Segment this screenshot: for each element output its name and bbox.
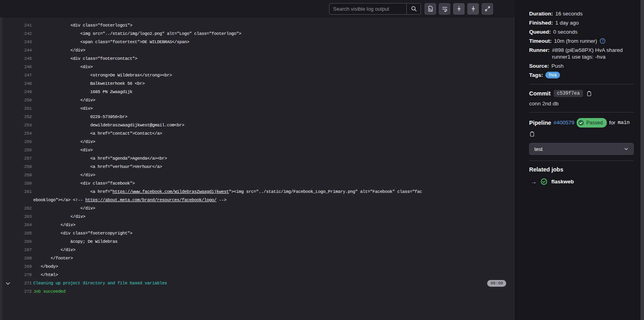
log-line-number[interactable]: 243 <box>0 38 32 46</box>
log-line-text: </div> <box>33 206 95 211</box>
log-line: 266 &copy; De Wildebras <box>0 238 515 246</box>
log-line-text: <div> <box>33 106 93 111</box>
log-link[interactable]: https://www.facebook.com/WildebrasZwaagd… <box>112 189 229 194</box>
log-link[interactable]: https://about.meta.com/brand/resources/f… <box>85 198 216 202</box>
log-line-number[interactable]: 242 <box>0 30 32 38</box>
pipeline-ref[interactable]: main <box>618 119 630 127</box>
log-line-number[interactable]: 251 <box>0 105 32 113</box>
log-line-text: </html> <box>33 272 58 277</box>
log-line: 267 </div> <box>0 246 515 254</box>
scroll-top-button[interactable] <box>453 3 465 15</box>
log-line-number[interactable]: 254 <box>0 130 32 138</box>
log-line-number[interactable]: 267 <box>0 246 32 254</box>
log-line-number[interactable]: 259 <box>0 171 32 179</box>
log-line-number[interactable]: 264 <box>0 221 32 229</box>
divider <box>529 84 634 84</box>
log-line-number[interactable]: 252 <box>0 113 32 121</box>
divider <box>529 112 634 112</box>
help-icon[interactable]: ? <box>600 38 606 44</box>
log-line-number[interactable]: 256 <box>0 146 32 154</box>
clipboard-icon <box>586 91 592 97</box>
log-line: 262 </div> <box>0 204 515 213</box>
log-line: 254 <a href="contact">Contact</a> <box>0 130 515 138</box>
log-line-number[interactable]: 253 <box>0 121 32 130</box>
search-icon <box>411 6 417 12</box>
log-line: 261 <a href="https://www.facebook.com/Wi… <box>0 188 515 204</box>
log-line: 270 </html> <box>0 271 515 279</box>
pipeline-link[interactable]: #400579 <box>554 119 575 127</box>
log-line: 251 <div> <box>0 105 515 113</box>
detail-label: Timeout: <box>529 38 552 44</box>
job-detail-rows: Duration:16 secondsFinished:1 day agoQue… <box>529 10 634 78</box>
detail-label: Duration: <box>529 10 553 17</box>
log-line-number[interactable]: 268 <box>0 254 32 263</box>
page-scrollbar[interactable] <box>640 0 644 320</box>
stage-dropdown-value: test <box>534 146 543 152</box>
log-line-number[interactable]: 265 <box>0 229 32 238</box>
commit-message[interactable]: conn 2nd db <box>529 101 634 107</box>
log-line-number[interactable]: 262 <box>0 204 32 213</box>
log-line-number[interactable]: 249 <box>0 88 32 96</box>
log-line-number[interactable]: 241 <box>0 21 32 30</box>
log-line: 242 <img src="../static/img/logo2.png" a… <box>0 30 515 38</box>
log-line-number[interactable]: 272 <box>0 288 32 296</box>
log-line-number[interactable]: 255 <box>0 138 32 146</box>
scroll-top-icon <box>456 6 462 12</box>
tag-badge[interactable]: hva <box>545 72 560 78</box>
log-pane: 241 <div class="footerlogo1">242 <img sr… <box>0 0 515 320</box>
copy-pipeline-button[interactable] <box>529 131 535 137</box>
log-line-text: <span class="footertext">DE WILDEBRAS</s… <box>33 40 189 44</box>
log-line-number[interactable]: 247 <box>0 71 32 80</box>
arrow-right-icon: → <box>531 178 537 185</box>
log-line-number[interactable]: 261 <box>0 188 32 196</box>
log-line: 259 </div> <box>0 171 515 179</box>
job-status-passed-icon <box>541 178 547 185</box>
detail-row-source: Source:Push <box>529 63 634 69</box>
log-line-text: </div> <box>33 139 95 144</box>
log-line: 260 <div class="facebook"> <box>0 179 515 188</box>
wrap-lines-icon <box>442 6 448 12</box>
related-job-link[interactable]: flaskweb <box>551 179 574 185</box>
copy-commit-button[interactable] <box>586 91 592 97</box>
log-line: 255 </div> <box>0 138 515 146</box>
log-line-number[interactable]: 246 <box>0 63 32 71</box>
log-line-number[interactable]: 257 <box>0 154 32 163</box>
detail-value: 1 day ago <box>555 19 579 26</box>
log-line-text: dewildebraszwaagdijkwest@gmail.com<br> <box>33 123 184 128</box>
log-line-number[interactable]: 271 <box>0 279 32 288</box>
pipeline-status-badge[interactable]: Passed <box>577 118 607 128</box>
log-line-number[interactable]: 244 <box>0 46 32 55</box>
log-line-number[interactable]: 258 <box>0 163 32 171</box>
raw-log-icon <box>427 6 434 12</box>
detail-label: Tags: <box>529 72 543 78</box>
pipeline-copy-row <box>529 131 634 138</box>
log-line: 258 <a href="verhuur">Verhuur</a> <box>0 163 515 171</box>
commit-label: Commit <box>529 90 551 97</box>
log-line-number[interactable]: 248 <box>0 80 32 88</box>
detail-value: 0 seconds <box>553 29 578 35</box>
log-line-number[interactable]: 245 <box>0 55 32 63</box>
log-line-number[interactable]: 250 <box>0 96 32 105</box>
chevron-down-icon <box>624 147 629 151</box>
log-line-text: <div> <box>33 148 93 152</box>
log-line-number[interactable]: 269 <box>0 263 32 271</box>
log-line: 269 </body> <box>0 263 515 271</box>
log-line-number[interactable]: 266 <box>0 238 32 246</box>
log-line-text: 1685 PN Zwaagdijk <box>33 90 132 94</box>
fullscreen-icon <box>484 6 491 12</box>
detail-value: 16 seconds <box>555 10 583 17</box>
log-line-number[interactable]: 270 <box>0 271 32 279</box>
log-line[interactable]: 271Cleaning up project directory and fil… <box>0 279 515 288</box>
log-line-number[interactable]: 260 <box>0 179 32 188</box>
search-button[interactable] <box>406 4 421 14</box>
wrap-lines-button[interactable] <box>439 3 450 15</box>
log-line-number[interactable]: 263 <box>0 213 32 221</box>
scroll-bottom-button[interactable] <box>467 3 479 15</box>
job-page: 241 <div class="footerlogo1">242 <img sr… <box>0 0 644 320</box>
search-input[interactable] <box>330 6 406 12</box>
pipeline-row: Pipeline #400579 Passed for main <box>529 118 634 128</box>
log-line-text: <img src="../static/img/logo2.png" alt="… <box>33 31 241 36</box>
fullscreen-button[interactable] <box>482 3 493 15</box>
raw-log-button[interactable] <box>425 3 436 15</box>
stage-dropdown[interactable]: test <box>529 143 634 155</box>
